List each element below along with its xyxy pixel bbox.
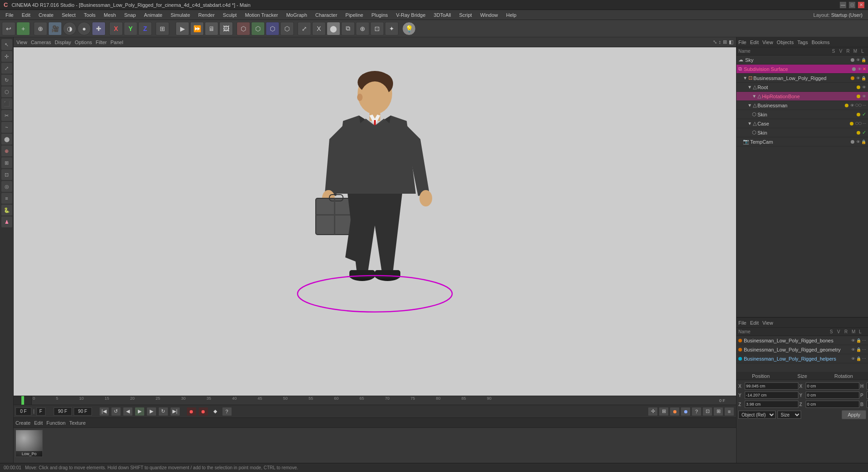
vp-settings-icon[interactable]: ◧	[729, 39, 733, 45]
lamp-icon-button[interactable]: 💡	[402, 22, 416, 35]
x-size-input[interactable]	[806, 382, 859, 390]
cm-lock-bones[interactable]: 🔒	[856, 338, 861, 343]
om-check-skin2[interactable]: ✓	[862, 130, 866, 136]
menu-window[interactable]: Window	[476, 11, 501, 19]
om-x-subdiv[interactable]: ✕	[863, 67, 866, 71]
step-back-button[interactable]: ↺	[111, 407, 121, 416]
boole-button[interactable]: ⊕	[356, 22, 369, 35]
om-row-case[interactable]: ▼ △ Case ⬡⬡ ⋯	[737, 119, 868, 128]
close-button[interactable]: ✕	[858, 2, 864, 8]
vp-tab-cameras[interactable]: Cameras	[31, 40, 51, 45]
anim-icon4[interactable]: ⏺	[681, 407, 691, 416]
om-check-skin1[interactable]: ✓	[862, 111, 866, 117]
polys-mode[interactable]: ⬡	[266, 22, 279, 35]
cm-more-geometry[interactable]: ⋯	[862, 347, 866, 352]
edges-mode[interactable]: ⬡	[251, 22, 265, 35]
menu-3dtoall[interactable]: 3DToAll	[430, 11, 454, 19]
menu-tools[interactable]: Tools	[80, 11, 99, 19]
perspective-button[interactable]: ◑	[63, 22, 76, 35]
om-tab-objects[interactable]: Objects	[777, 40, 793, 45]
new-object-button[interactable]: ⊕	[34, 22, 47, 35]
menu-mesh[interactable]: Mesh	[100, 11, 120, 19]
step-forward-button[interactable]: ↻	[158, 407, 168, 416]
auto-key-button[interactable]: ⏺	[198, 407, 208, 416]
sidebar-objects-icon[interactable]: ⬡	[1, 86, 12, 97]
sidebar-hair-icon[interactable]: ≡	[1, 193, 12, 204]
undo-button[interactable]: ↩	[2, 22, 15, 35]
vp-tab-display[interactable]: Display	[55, 40, 71, 45]
om-row-businessman[interactable]: ▼ △ Businessman 👁 ⬡⬡ ⋯	[737, 101, 868, 110]
y-pos-input[interactable]	[745, 392, 798, 399]
y-axis-button[interactable]: Y	[124, 22, 137, 35]
next-frame-button[interactable]: ▶	[146, 407, 156, 416]
menu-sculpt[interactable]: Sculpt	[219, 11, 241, 19]
mat-tab-function[interactable]: Function	[46, 420, 66, 426]
size-dropdown[interactable]: Size Scale	[777, 411, 801, 419]
render-button[interactable]: ▶	[176, 22, 189, 35]
menu-snap[interactable]: Snap	[121, 11, 140, 19]
sidebar-knife-icon[interactable]: ✂	[1, 110, 12, 121]
om-more-bm[interactable]: ⋯	[863, 103, 866, 107]
uvw-mode[interactable]: ⬡	[280, 22, 294, 35]
sidebar-brush-icon[interactable]: ⬤	[1, 134, 12, 145]
cm-tab-edit[interactable]: Edit	[750, 320, 759, 326]
om-eye-subdiv[interactable]: 👁	[858, 67, 862, 71]
om-eye-bm[interactable]: 👁	[850, 103, 854, 108]
current-frame-input[interactable]	[15, 407, 31, 416]
menu-script[interactable]: Script	[455, 11, 475, 19]
record-button[interactable]: ⏺	[187, 407, 197, 416]
go-start-button[interactable]: |◀	[99, 407, 109, 416]
object-mode-button[interactable]: ●	[77, 22, 91, 35]
menu-help[interactable]: Help	[503, 11, 520, 19]
sidebar-magnet-icon[interactable]: ⊕	[1, 146, 12, 156]
cm-lock-helpers[interactable]: 🔒	[856, 357, 861, 361]
om-lock-tc[interactable]: 🔒	[861, 140, 866, 144]
menu-mograph[interactable]: MoGraph	[283, 11, 311, 19]
vp-tab-view[interactable]: View	[16, 40, 27, 45]
z-pos-input[interactable]	[745, 401, 798, 408]
cm-eye-bones[interactable]: 👁	[851, 338, 855, 343]
om-tab-bookms[interactable]: Bookms	[812, 40, 830, 45]
sidebar-texture-icon[interactable]: ⬛	[1, 98, 12, 109]
om-eye-hip[interactable]: 👁	[862, 94, 866, 99]
sidebar-select-icon[interactable]: ↖	[1, 39, 12, 50]
om-tab-tags[interactable]: Tags	[797, 40, 808, 45]
z-size-input[interactable]	[806, 401, 859, 408]
menu-motion-tracker[interactable]: Motion Tracker	[241, 11, 282, 19]
sidebar-sculpt-icon[interactable]: ◎	[1, 181, 12, 192]
sidebar-smooth-icon[interactable]: ~	[1, 122, 12, 133]
max-frame-input[interactable]	[54, 407, 72, 416]
anim-icon8[interactable]: ≡	[724, 407, 734, 416]
cm-tab-view[interactable]: View	[762, 320, 773, 326]
om-lock-blp[interactable]: 🔒	[861, 76, 866, 80]
vp-tab-filter[interactable]: Filter	[96, 40, 106, 45]
om-bm-expand[interactable]: ▼	[747, 103, 752, 108]
apply-button[interactable]: Apply	[842, 410, 866, 419]
vp-panels-icon[interactable]: ⊞	[723, 39, 727, 45]
cm-eye-geometry[interactable]: 👁	[851, 347, 855, 352]
menu-render[interactable]: Render	[195, 11, 218, 19]
vp-lock-icon[interactable]: ↕	[719, 39, 722, 45]
om-row-skin1[interactable]: ⬡ Skin ✓	[737, 110, 868, 119]
om-tab-edit[interactable]: Edit	[750, 40, 759, 45]
render-view-button[interactable]: 🖥	[205, 22, 218, 35]
help-anim-button[interactable]: ?	[222, 407, 232, 416]
cm-lock-geometry[interactable]: 🔒	[856, 347, 861, 352]
timeline-ruler[interactable]: 0 5 10 15 20 25 30 35 40 45 50 55 60 65	[32, 396, 736, 405]
om-row-businessman-lp[interactable]: ▼ ⊡ Businessman_Low_Poly_Rigged 👁 🔒	[737, 74, 868, 83]
material-button[interactable]: ⬤	[327, 22, 340, 35]
om-row-sky[interactable]: ☁ Sky 👁 🔒	[737, 55, 868, 65]
om-case-expand[interactable]: ▼	[747, 121, 752, 126]
link-button[interactable]: ⊞	[156, 22, 169, 35]
sidebar-move-icon[interactable]: ✢	[1, 51, 12, 62]
menu-edit[interactable]: Edit	[18, 11, 34, 19]
om-hip-expand[interactable]: ▼	[752, 94, 757, 99]
om-row-tempcam[interactable]: 📷 TempCam 👁 🔒	[737, 137, 868, 146]
om-tab-view[interactable]: View	[762, 40, 773, 45]
om-eye-root[interactable]: 👁	[862, 85, 866, 90]
play-button[interactable]: ▶	[135, 407, 145, 416]
menu-animate[interactable]: Animate	[141, 11, 166, 19]
mat-tab-edit[interactable]: Edit	[34, 420, 43, 426]
x-pos-input[interactable]	[745, 382, 798, 390]
om-tags-case[interactable]: ⬡⬡	[855, 121, 862, 126]
